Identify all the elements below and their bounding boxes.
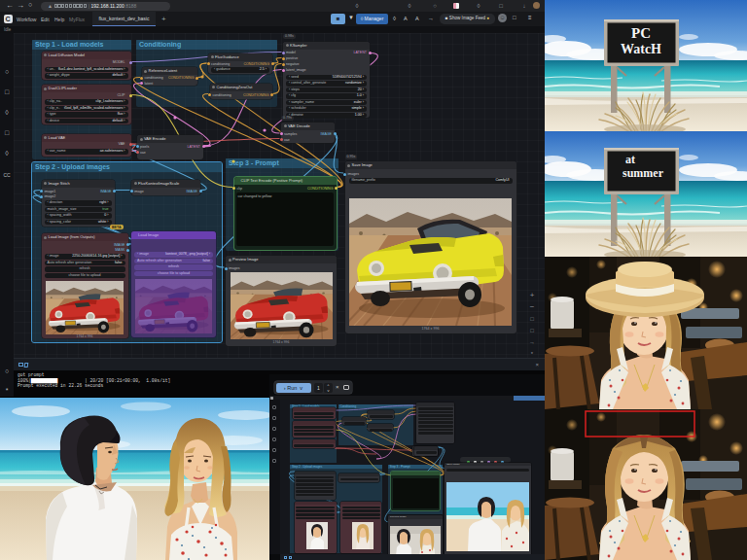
svg-text:at: at — [625, 153, 635, 166]
svg-text:PC: PC — [631, 25, 651, 41]
svg-text:WatcH: WatcH — [621, 42, 661, 56]
svg-text:summer: summer — [622, 166, 664, 180]
